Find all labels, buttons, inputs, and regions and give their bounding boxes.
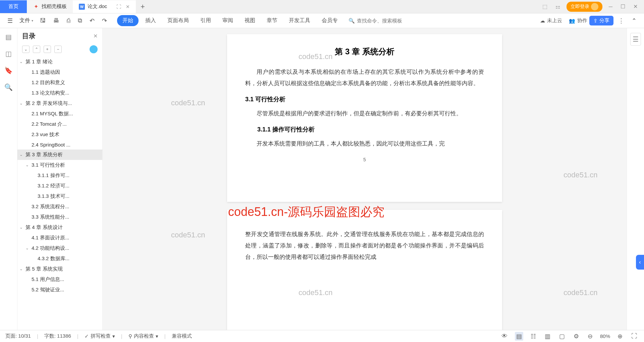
add-icon[interactable]: + xyxy=(44,46,51,53)
page-indicator[interactable]: 页面: 10/31 xyxy=(5,333,31,339)
file-menu[interactable]: 文件▾ xyxy=(17,16,35,25)
outline-item[interactable]: ⌄4.2 功能结构设... xyxy=(17,243,102,253)
remove-icon[interactable]: − xyxy=(54,46,62,53)
expand-all-icon[interactable]: ⌃ xyxy=(33,46,40,53)
save-icon[interactable]: 🖫 xyxy=(37,16,49,25)
collapse-all-icon[interactable]: ⌄ xyxy=(22,46,30,53)
print-icon[interactable]: 🖶 xyxy=(51,16,62,25)
zoom-in-button[interactable]: ⊕ xyxy=(616,332,624,341)
outline-item[interactable]: 1.1 选题动因 xyxy=(17,67,102,77)
outline-item-label: 2.2 Tomcat 介... xyxy=(32,121,67,127)
close-window-button[interactable]: ✕ xyxy=(632,2,639,11)
new-tab-button[interactable]: + xyxy=(136,2,149,11)
apps-icon[interactable]: ⚏ xyxy=(554,2,562,11)
cloud-icon: ☁ xyxy=(540,18,545,24)
layout-icon[interactable]: ⬚ xyxy=(541,2,549,11)
word-count[interactable]: 字数: 11386 xyxy=(44,333,71,339)
view-print-icon[interactable]: ▤ xyxy=(515,332,523,341)
collapse-icon[interactable]: ⌃ xyxy=(629,16,639,26)
copy-icon[interactable]: ⧉ xyxy=(75,16,85,25)
minimize-button[interactable]: ─ xyxy=(607,3,614,11)
outline-item[interactable]: 3.3 系统性能分... xyxy=(17,212,102,222)
zoom-level[interactable]: 80% xyxy=(600,333,610,339)
outline-item-label: 5.1 用户信息... xyxy=(32,276,64,282)
close-outline-icon[interactable]: ✕ xyxy=(93,33,98,39)
outline-item[interactable]: 3.1.3 技术可... xyxy=(17,191,102,202)
more-icon[interactable]: ⋮ xyxy=(615,16,627,26)
outline-tab-icon[interactable]: ▤ xyxy=(5,33,12,41)
share-button[interactable]: ⇪分享 xyxy=(589,16,613,25)
outline-item[interactable]: 2.2 Tomcat 介... xyxy=(17,119,102,129)
outline-item[interactable]: 3.2 系统流程分... xyxy=(17,202,102,212)
outline-item[interactable]: ⌄第 2 章 开发环境与... xyxy=(17,98,102,109)
menu-insert[interactable]: 插入 xyxy=(141,15,161,26)
view-outline-icon[interactable]: ☷ xyxy=(529,332,537,341)
maximize-button[interactable]: ☐ xyxy=(619,2,627,11)
paragraph: 开发本系统需要用到的工具，本人都比较熟悉，因此可以使用这些工具，完 xyxy=(245,138,484,150)
menu-reference[interactable]: 引用 xyxy=(196,15,216,26)
tab-home[interactable]: 首页 xyxy=(0,0,27,13)
outline-item[interactable]: 4.3.2 数据库... xyxy=(17,253,102,264)
settings-icon[interactable]: ⚙ xyxy=(572,332,580,341)
outline-item[interactable]: 5.2 驾驶证业... xyxy=(17,285,102,295)
outline-item-label: 1.3 论文结构安... xyxy=(32,90,69,96)
side-drawer-button[interactable]: ‹ xyxy=(636,255,644,270)
chapter-title: 第 3 章 系统分析 xyxy=(245,46,484,57)
redo-icon[interactable]: ↷ xyxy=(99,16,110,26)
fullscreen-icon[interactable]: ⛶ xyxy=(630,332,639,340)
view-read-icon[interactable]: ▢ xyxy=(558,332,566,341)
menu-icon[interactable]: ☰ xyxy=(5,16,15,26)
outline-item[interactable]: 1.3 论文结构安... xyxy=(17,88,102,98)
tab-document[interactable]: W论文.doc⛶✕ xyxy=(73,0,136,13)
cloud-button[interactable]: ☁未上云 xyxy=(540,17,562,24)
outline-item[interactable]: 2.4 SpringBoot ... xyxy=(17,140,102,150)
menu-start[interactable]: 开始 xyxy=(117,15,139,26)
bookmark-icon[interactable]: 🔖 xyxy=(4,66,13,74)
tab-bar: 首页 ✦找稻壳模板 W论文.doc⛶✕ + ⬚ ⚏ 立即登录 ─ ☐ ✕ xyxy=(0,0,644,13)
right-rail: ☰ xyxy=(627,28,644,330)
outline-item-label: 3.2 系统流程分... xyxy=(32,204,69,209)
content-check-button[interactable]: ⚲内容检查▾ xyxy=(128,333,158,339)
menu-view[interactable]: 视图 xyxy=(240,15,260,26)
view-web-icon[interactable]: ▥ xyxy=(543,332,552,341)
outline-item[interactable]: ⌄第 1 章 绪论 xyxy=(17,57,102,67)
outline-item[interactable]: ⌄3.1 可行性分析 xyxy=(17,160,102,170)
undo-icon[interactable]: ↶ xyxy=(87,16,97,26)
spellcheck-button[interactable]: ✓拼写检查▾ xyxy=(85,333,115,339)
outline-item[interactable]: 3.1.1 操作可... xyxy=(17,170,102,181)
compat-mode[interactable]: 兼容模式 xyxy=(172,333,192,339)
menu-layout[interactable]: 页面布局 xyxy=(163,15,194,26)
assistant-icon[interactable] xyxy=(90,45,98,53)
page-number: 5 xyxy=(245,155,484,164)
document-viewport[interactable]: 📄▾ 第 3 章 系统分析 用户的需求以及与本系统相似的在市场上存在的其它系统可… xyxy=(103,28,627,330)
tab-templates[interactable]: ✦找稻壳模板 xyxy=(27,0,73,13)
menu-review[interactable]: 审阅 xyxy=(218,15,238,26)
section-heading: 3.1 可行性分析 xyxy=(245,95,484,103)
close-icon[interactable]: ✕ xyxy=(126,4,130,9)
outline-item[interactable]: 4.1 界面设计原... xyxy=(17,233,102,243)
search-input[interactable] xyxy=(357,18,414,23)
outline-item[interactable]: 1.2 目的和意义 xyxy=(17,77,102,88)
outline-item[interactable]: 5.1 用户信息... xyxy=(17,274,102,285)
search-box[interactable]: 🔍 xyxy=(348,18,414,24)
menu-devtools[interactable]: 开发工具 xyxy=(284,15,315,26)
menu-section[interactable]: 章节 xyxy=(262,15,282,26)
outline-item[interactable]: ⌄第 4 章 系统设计 xyxy=(17,222,102,233)
nav-icon[interactable]: ◫ xyxy=(5,50,12,58)
outline-item[interactable]: 2.3 vue 技术 xyxy=(17,129,102,140)
preview-icon[interactable]: ⎙ xyxy=(64,16,73,25)
eye-icon[interactable]: 👁 xyxy=(500,332,509,340)
properties-icon[interactable]: ☰ xyxy=(630,33,641,46)
collab-button[interactable]: 👥协作 xyxy=(569,17,587,24)
outline-item-label: 3.1 可行性分析 xyxy=(32,162,65,168)
search-icon: 🔍 xyxy=(348,18,355,24)
screen-icon[interactable]: ⛶ xyxy=(116,4,121,9)
login-button[interactable]: 立即登录 xyxy=(567,2,602,12)
find-icon[interactable]: 🔍 xyxy=(4,83,13,91)
outline-item[interactable]: 3.1.2 经济可... xyxy=(17,181,102,191)
zoom-out-button[interactable]: ⊖ xyxy=(586,332,594,341)
outline-item[interactable]: 2.1 MYSQL 数据... xyxy=(17,109,102,119)
menu-member[interactable]: 会员专 xyxy=(317,15,342,26)
outline-item[interactable]: ⌄第 3 章 系统分析 xyxy=(17,150,102,160)
outline-item[interactable]: ⌄第 5 章 系统实现 xyxy=(17,264,102,274)
